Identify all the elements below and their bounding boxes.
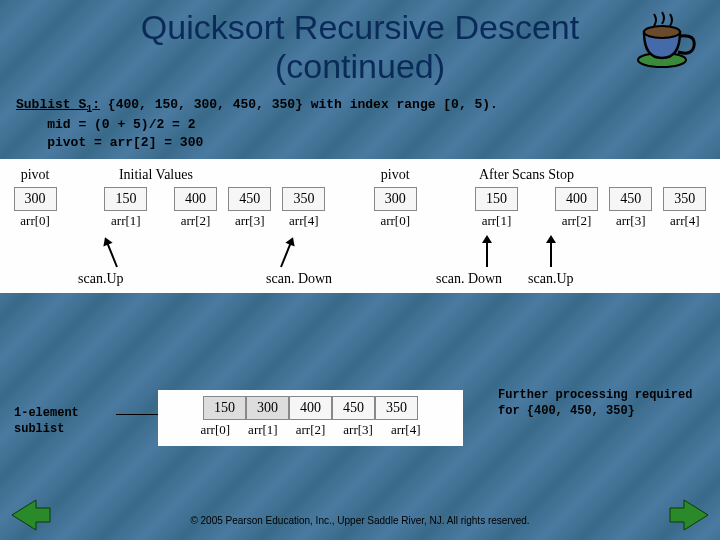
prev-slide-button[interactable] [10, 498, 52, 532]
sublist-description: Sublist S1: {400, 150, 300, 450, 350} wi… [0, 90, 720, 153]
note-connector-line [116, 414, 158, 415]
pivot-cell-right: 300 [374, 187, 417, 211]
idx-label: arr[0] [380, 213, 410, 229]
scandown-label-left: scan. Down [266, 271, 332, 287]
idx-label: arr[2] [562, 213, 592, 229]
coffee-cup-icon [632, 8, 702, 72]
pivot-label-right: pivot [381, 167, 410, 183]
svg-marker-2 [12, 500, 50, 530]
header-initial-values: Initial Values [119, 167, 193, 183]
svg-point-1 [644, 26, 680, 38]
array-cell: 350 [282, 187, 325, 211]
array-cell: 150 [104, 187, 147, 211]
array-cell: 450 [609, 187, 652, 211]
pivot-cell-left: 300 [14, 187, 57, 211]
title-line-2: (continued) [0, 47, 720, 86]
idx-label: arr[2] [296, 422, 326, 438]
array-cell: 450 [228, 187, 271, 211]
next-slide-button[interactable] [668, 498, 710, 532]
scanup-label-left: scan.Up [78, 271, 124, 287]
idx-label: arr[4] [670, 213, 700, 229]
scanup-label-right: scan.Up [528, 271, 574, 287]
array-cell: 450 [332, 396, 375, 420]
svg-marker-3 [670, 500, 708, 530]
scan-arrows-row: scan.Up scan. Down scan. Down scan.Up [0, 237, 720, 293]
title-line-1: Quicksort Recursive Descent [0, 8, 720, 47]
header-after-scans: After Scans Stop [479, 167, 574, 183]
copyright-text: © 2005 Pearson Education, Inc., Upper Sa… [0, 515, 720, 526]
array-diagram-row2: 150 300 400 450 350 arr[0] arr[1] arr[2]… [158, 390, 463, 446]
idx-label: arr[1] [111, 213, 141, 229]
array-cell: 400 [289, 396, 332, 420]
idx-label: arr[4] [391, 422, 421, 438]
idx-label: arr[0] [20, 213, 50, 229]
note-one-element: 1-element sublist [14, 406, 114, 437]
array-cell: 150 [203, 396, 246, 420]
idx-label: arr[1] [248, 422, 278, 438]
array-cell: 350 [375, 396, 418, 420]
array-cell: 400 [555, 187, 598, 211]
pivot-label-left: pivot [21, 167, 50, 183]
idx-label: arr[3] [343, 422, 373, 438]
idx-label: arr[0] [201, 422, 231, 438]
idx-label: arr[4] [289, 213, 319, 229]
idx-label: arr[3] [235, 213, 265, 229]
note-further-processing: Further processing required for {400, 45… [498, 388, 708, 419]
array-cell: 300 [246, 396, 289, 420]
array-cell: 150 [475, 187, 518, 211]
idx-label: arr[2] [181, 213, 211, 229]
scandown-label-right: scan. Down [436, 271, 502, 287]
idx-label: arr[1] [482, 213, 512, 229]
array-cell: 350 [663, 187, 706, 211]
idx-label: arr[3] [616, 213, 646, 229]
slide-title: Quicksort Recursive Descent (continued) [0, 0, 720, 90]
array-diagram-row1: pivot 300 arr[0] Initial Values 150 arr[… [0, 159, 720, 239]
array-cell: 400 [174, 187, 217, 211]
